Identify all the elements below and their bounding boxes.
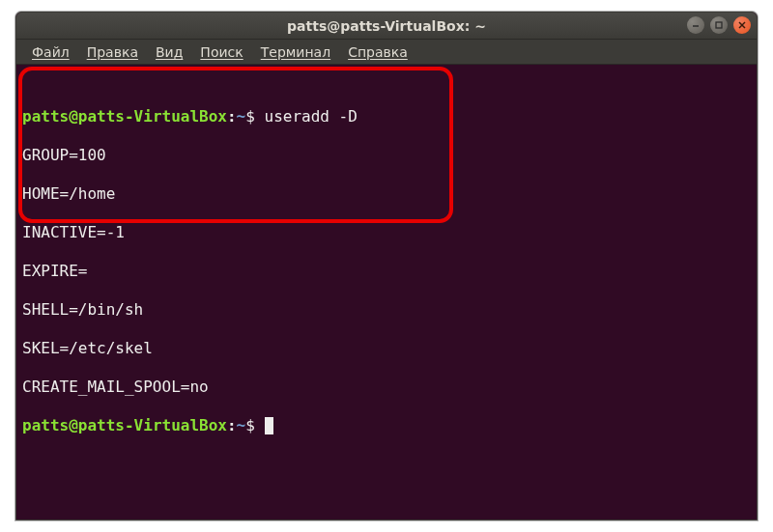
prompt-user: patts [22,107,69,126]
prompt-at: @ [69,107,78,126]
menu-help[interactable]: Справка [340,42,415,62]
cursor [265,417,273,434]
window-controls [687,16,751,34]
terminal-line-cmd: patts@patts-VirtualBox:~$ useradd -D [22,107,751,126]
terminal-window: patts@patts-VirtualBox: ~ Файл Правка Ви… [15,12,758,520]
window-title: patts@patts-VirtualBox: ~ [287,18,486,34]
titlebar: patts@patts-VirtualBox: ~ [16,13,757,40]
output-line: SKEL=/etc/skel [22,339,751,358]
prompt-colon: : [227,416,237,434]
menu-search[interactable]: Поиск [192,42,250,62]
menubar: Файл Правка Вид Поиск Терминал Справка [16,40,757,65]
terminal-area[interactable]: patts@patts-VirtualBox:~$ useradd -D GRO… [16,65,757,519]
prompt-path: ~ [237,416,246,434]
command-text: useradd -D [265,107,358,126]
minimize-button[interactable] [687,16,704,34]
prompt-at: @ [69,416,78,434]
output-line: SHELL=/bin/sh [22,300,751,320]
prompt-host: patts-VirtualBox [78,416,227,434]
terminal-line-prompt: patts@patts-VirtualBox:~$ [22,416,751,435]
prompt-path: ~ [237,107,246,126]
menu-view[interactable]: Вид [148,42,190,62]
prompt-host: patts-VirtualBox [78,107,227,126]
svg-rect-1 [716,22,722,28]
menu-terminal[interactable]: Терминал [253,42,338,62]
prompt-user: patts [22,416,69,434]
output-line: GROUP=100 [22,146,751,165]
menu-edit[interactable]: Правка [79,42,146,62]
output-line: INACTIVE=-1 [22,223,751,242]
prompt-colon: : [227,107,237,126]
menu-file[interactable]: Файл [24,42,77,62]
prompt-symbol: $ [245,416,255,434]
output-line: HOME=/home [22,184,751,204]
close-button[interactable] [733,16,751,34]
output-line: EXPIRE= [22,262,751,281]
output-line: CREATE_MAIL_SPOOL=no [22,378,751,397]
maximize-button[interactable] [710,16,728,34]
prompt-symbol: $ [245,107,255,126]
